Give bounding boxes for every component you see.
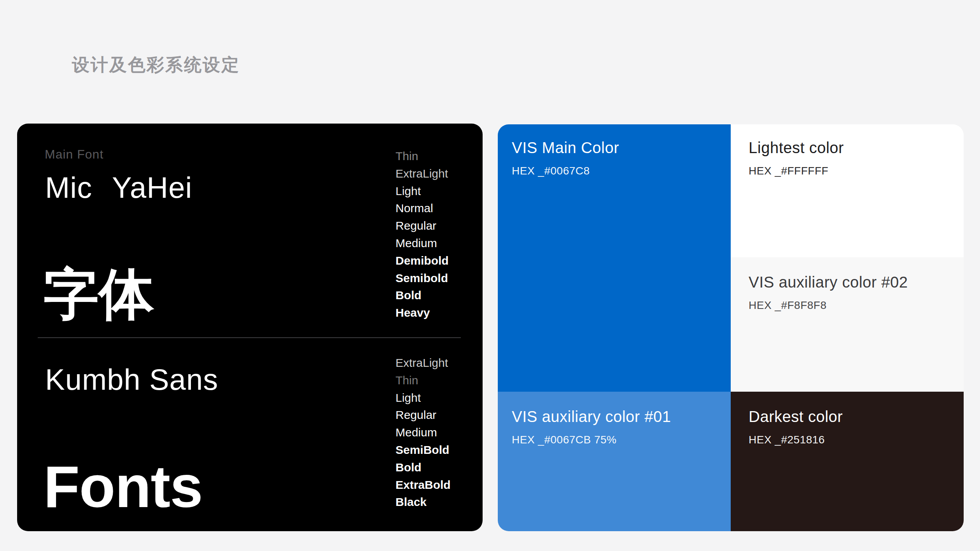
swatch-darkest-color: Darkest color HEX _#251816 (731, 392, 964, 531)
font1-weight-bold: Bold (396, 287, 449, 304)
font2-weight-semibold: SemiBold (396, 441, 451, 459)
swatch-title: VIS auxiliary color #02 (749, 273, 964, 291)
main-font-label: Main Font (45, 146, 103, 162)
font2-weight-extrabold: ExtraBold (396, 476, 451, 494)
swatch-hex-value: HEX _#0067CB 75% (512, 433, 731, 447)
font2-weight-regular: Regular (396, 406, 451, 424)
font2-weight-thin: Thin (396, 372, 451, 389)
font2-name: Kumbh Sans (45, 362, 218, 397)
font2-weight-medium: Medium (396, 424, 451, 441)
swatch-hex-value: HEX _#251816 (749, 433, 964, 447)
font1-cjk-specimen: 字体 (44, 263, 154, 325)
font1-weight-demibold: Demibold (396, 252, 449, 270)
color-system-panel: VIS Main Color HEX _#0067C8 Lightest col… (498, 124, 964, 531)
swatch-vis-auxiliary-color-02: VIS auxiliary color #02 HEX _#F8F8F8 (731, 257, 964, 392)
swatch-hex-value: HEX _#F8F8F8 (749, 298, 964, 312)
font2-weight-light: Light (396, 389, 451, 407)
font1-weight-light: Light (396, 183, 449, 200)
swatch-vis-main-color: VIS Main Color HEX _#0067C8 (498, 124, 731, 392)
page-title: 设计及色彩系统设定 (72, 55, 240, 75)
font2-weight-bold: Bold (396, 459, 451, 476)
font-specimen-panel: Main Font Mic YaHei 字体 Kumbh Sans Fonts … (17, 124, 483, 531)
swatch-hex-value: HEX _#FFFFFF (749, 164, 964, 178)
swatch-title: Lightest color (749, 138, 964, 157)
swatch-vis-auxiliary-color-01: VIS auxiliary color #01 HEX _#0067CB 75% (498, 392, 731, 531)
font1-weights-list: Thin ExtraLight Light Normal Regular Med… (396, 148, 449, 322)
swatch-title: VIS Main Color (512, 138, 731, 157)
swatch-title: Darkest color (749, 407, 964, 426)
panel-divider (38, 337, 461, 338)
font1-weight-heavy: Heavy (396, 304, 449, 322)
font2-latin-specimen: Fonts (44, 453, 203, 520)
font1-weight-regular: Regular (396, 217, 449, 235)
font1-weight-extralight: ExtraLight (396, 165, 449, 183)
font1-weight-normal: Normal (396, 200, 449, 217)
font2-weights-list: ExtraLight Thin Light Regular Medium Sem… (396, 354, 451, 511)
swatch-lightest-color: Lightest color HEX _#FFFFFF (731, 124, 964, 257)
font1-name: Mic YaHei (45, 170, 192, 205)
font1-weight-semibold: Semibold (396, 270, 449, 287)
swatch-title: VIS auxiliary color #01 (512, 407, 731, 426)
font1-weight-thin: Thin (396, 148, 449, 165)
font1-weight-medium: Medium (396, 235, 449, 252)
font2-weight-black: Black (396, 493, 451, 511)
font2-weight-extralight: ExtraLight (396, 354, 451, 372)
swatch-hex-value: HEX _#0067C8 (512, 164, 731, 178)
